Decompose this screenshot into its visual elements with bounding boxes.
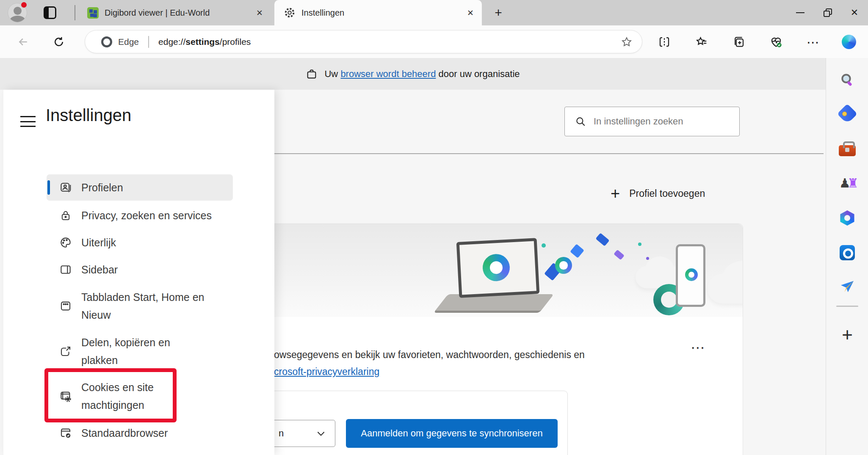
close-tab-icon[interactable]: ✕ xyxy=(253,6,266,19)
default-browser-icon xyxy=(58,426,73,440)
profile-dropdown[interactable]: n xyxy=(268,420,335,447)
search-input[interactable] xyxy=(594,116,739,127)
privacy-statement-link[interactable]: crosoft-privacyverklaring xyxy=(274,366,379,378)
chevron-down-icon xyxy=(315,428,326,439)
settings-nav: Profielen Privacy, zoeken en services Ui… xyxy=(47,90,233,455)
sidebar-item-sidebar[interactable]: Sidebar xyxy=(47,256,233,283)
cloud-graphic xyxy=(708,274,743,303)
url-text: edge://settings/profiles xyxy=(158,37,251,47)
sync-data-graphic xyxy=(542,243,546,248)
window-controls: ✕ xyxy=(787,0,868,25)
menu-icon[interactable] xyxy=(20,116,36,127)
share-icon xyxy=(58,344,73,358)
eduworld-favicon xyxy=(87,7,99,19)
site-permissions-icon xyxy=(58,389,73,403)
sidebar-item-profielen[interactable]: Profielen xyxy=(47,174,233,201)
sync-data-graphic xyxy=(638,243,641,246)
notification-dot xyxy=(20,1,28,8)
sync-data-graphic xyxy=(646,257,649,260)
refresh-icon[interactable] xyxy=(52,35,66,49)
card-description: owsegegevens en bekijk uw favorieten, wa… xyxy=(274,349,723,361)
edge-logo-graphic xyxy=(555,257,572,274)
customize-sidebar-button[interactable]: + xyxy=(837,325,857,345)
sidebar-layout-icon xyxy=(58,262,73,277)
outlook-icon[interactable] xyxy=(837,243,857,263)
settings-search[interactable] xyxy=(564,107,740,136)
more-menu-icon[interactable]: ⋯ xyxy=(806,35,821,49)
managed-banner-text: Uw browser wordt beheerd door uw organis… xyxy=(324,69,520,80)
sync-data-graphic xyxy=(614,250,625,260)
games-icon[interactable]: ♟♜ xyxy=(837,173,857,193)
sidebar-item-tabbladen[interactable]: Tabbladen Start, Home en Nieuw xyxy=(47,284,233,328)
plus-icon: + xyxy=(611,185,620,201)
sidebar-item-privacy[interactable]: Privacy, zoeken en services xyxy=(47,202,233,229)
edge-logo-icon xyxy=(101,36,112,47)
profile-card: ⋯ owsegegevens en bekijk uw favorieten, … xyxy=(220,223,743,455)
dropdown-value: n xyxy=(279,428,284,439)
managed-banner: Uw browser wordt beheerd door uw organis… xyxy=(0,58,826,90)
restore-button[interactable] xyxy=(814,0,841,25)
palette-icon xyxy=(58,235,73,250)
copilot-icon[interactable] xyxy=(842,35,856,49)
navigation-bar: Edge edge://settings/profiles ⋯ xyxy=(0,25,868,58)
tab-strip: Digibord viewer | Edu-World ✕ Instelling… xyxy=(0,0,868,25)
laptop-screen-graphic xyxy=(456,238,540,298)
sidebar-item-downloads[interactable]: Downloads xyxy=(47,448,233,455)
sidebar-item-cookies[interactable]: Cookies en site machtigingen xyxy=(47,374,233,418)
lock-icon xyxy=(58,208,73,223)
microsoft365-icon[interactable] xyxy=(837,208,857,228)
minimize-button[interactable] xyxy=(787,0,814,25)
phone-graphic xyxy=(676,244,705,307)
drop-icon[interactable] xyxy=(837,276,857,297)
split-screen-icon[interactable] xyxy=(657,35,672,49)
sidebar-search-icon[interactable] xyxy=(837,70,857,90)
favorite-star-icon[interactable] xyxy=(621,36,633,48)
sync-panel: n Aanmelden om gegevens te synchronisere… xyxy=(254,391,568,455)
browser-essentials-icon[interactable] xyxy=(769,35,783,49)
new-tab-button[interactable]: + xyxy=(491,6,506,20)
favorites-icon[interactable] xyxy=(694,35,709,49)
gear-icon xyxy=(284,7,296,19)
sync-illustration xyxy=(221,224,743,317)
tabs-icon xyxy=(58,299,73,313)
briefcase-icon xyxy=(306,68,318,80)
sync-data-graphic xyxy=(595,233,609,246)
sync-data-graphic xyxy=(570,244,584,258)
tab-title: Digibord viewer | Edu-World xyxy=(105,8,253,18)
tab-title: Instellingen xyxy=(301,8,464,18)
shopping-icon[interactable] xyxy=(837,104,857,124)
search-icon xyxy=(575,116,586,127)
back-icon[interactable] xyxy=(16,35,30,49)
sidebar-item-standaardbrowser[interactable]: Standaardbrowser xyxy=(47,420,233,446)
edge-sidebar: ♟♜ + xyxy=(826,58,868,455)
signin-sync-button[interactable]: Aanmelden om gegevens te synchroniseren xyxy=(346,419,558,448)
sidebar-divider xyxy=(836,306,858,307)
collections-icon[interactable] xyxy=(732,35,746,49)
tab-divider xyxy=(75,5,75,20)
settings-drawer: Instellingen Profielen Privacy, zoeken e… xyxy=(3,90,274,455)
tab-instellingen[interactable]: Instellingen ✕ xyxy=(274,0,482,25)
add-profile-button[interactable]: + Profiel toevoegen xyxy=(611,183,705,204)
sidebar-item-uiterlijk[interactable]: Uiterlijk xyxy=(47,229,233,256)
address-bar[interactable]: Edge edge://settings/profiles xyxy=(85,30,642,53)
add-profile-label: Profiel toevoegen xyxy=(629,188,705,199)
site-label: Edge xyxy=(118,37,139,47)
toolbox-icon[interactable] xyxy=(837,138,857,159)
browser-window: Digibord viewer | Edu-World ✕ Instelling… xyxy=(0,0,868,455)
tab-digibord[interactable]: Digibord viewer | Edu-World ✕ xyxy=(80,0,271,25)
close-window-button[interactable]: ✕ xyxy=(841,0,868,25)
close-tab-icon[interactable]: ✕ xyxy=(464,6,477,19)
address-divider xyxy=(148,36,149,48)
profiles-icon xyxy=(58,180,73,195)
sidebar-item-delen[interactable]: Delen, kopiëren en plakken xyxy=(47,329,233,373)
workspaces-icon[interactable] xyxy=(44,6,56,19)
managed-link[interactable]: browser wordt beheerd xyxy=(340,69,436,79)
laptop-graphic xyxy=(434,294,554,313)
